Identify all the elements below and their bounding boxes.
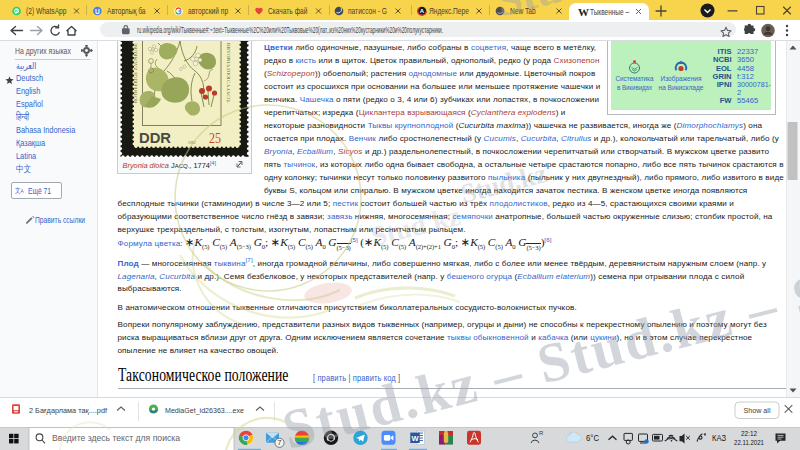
svg-text:22:12: 22:12 [741, 429, 757, 438]
svg-text:на Викискладе: на Викискладе [658, 82, 703, 91]
svg-text:2 Бағдарлама тақ....pdf: 2 Бағдарлама тақ....pdf [29, 405, 108, 414]
svg-text:7: 7 [278, 439, 282, 446]
svg-text:Show all: Show all [744, 406, 771, 415]
svg-text:22.11.2021: 22.11.2021 [734, 438, 764, 447]
svg-text:ru.wikipedia.org/wiki/Тыквенны: ru.wikipedia.org/wiki/Тыквенные#:~:text=… [137, 26, 443, 36]
svg-text:R: R [539, 430, 544, 436]
svg-text:W: W [411, 433, 419, 442]
svg-text:DDR: DDR [139, 129, 172, 145]
svg-text:55465: 55465 [737, 96, 758, 105]
svg-text:Введите здесь текст для поиска: Введите здесь текст для поиска [52, 432, 180, 442]
svg-text:IPNI: IPNI [716, 80, 731, 89]
svg-text:ROTBEERIGE ZAUNRÜBE: ROTBEERIGE ZAUNRÜBE [133, 43, 138, 103]
svg-text:КАЗ: КАЗ [712, 433, 726, 443]
svg-text:25: 25 [209, 129, 221, 145]
svg-text:BRYONIA DIOICA JACQ.: BRYONIA DIOICA JACQ. [226, 43, 231, 103]
svg-text:FW: FW [719, 96, 732, 105]
svg-text:30000781-: 30000781- [737, 80, 771, 89]
svg-text:Тыквенные –: Тыквенные – [590, 6, 629, 16]
svg-text:Bryonia dioica JACQ., 1774[4]: Bryonia dioica JACQ., 1774[4] [122, 160, 216, 170]
svg-text:W: W [578, 5, 589, 17]
svg-text:MediaGet_id26363....exe: MediaGet_id26363....exe [165, 405, 244, 414]
svg-text:1982: 1982 [188, 140, 196, 144]
svg-text:в Викивидах: в Викивидах [617, 82, 652, 91]
svg-text:6°C: 6°C [586, 433, 600, 443]
